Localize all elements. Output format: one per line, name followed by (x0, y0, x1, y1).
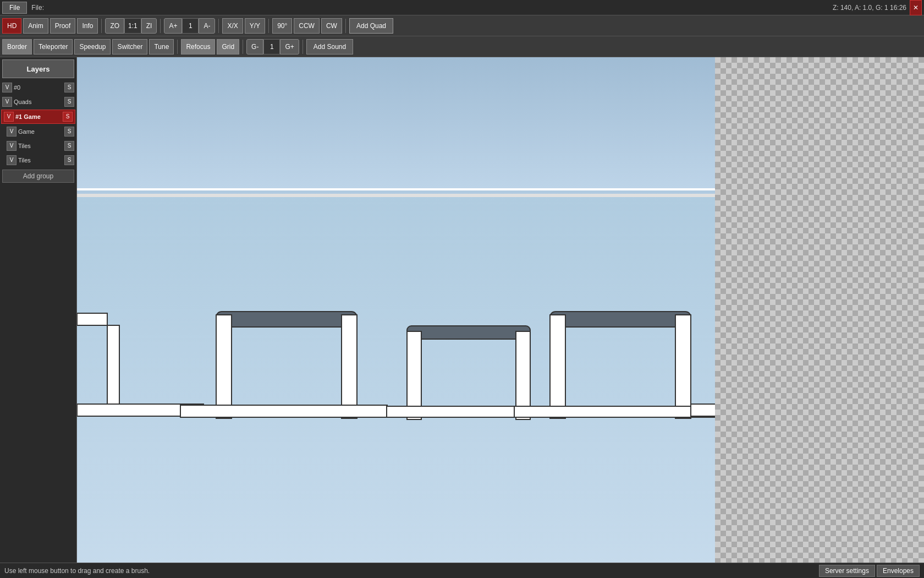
layer-settings-quads[interactable]: S (64, 97, 74, 107)
grid-button[interactable]: Grid (217, 39, 239, 54)
separator8 (302, 40, 303, 54)
grid-plus-button[interactable]: G+ (280, 39, 299, 54)
file-menu-button[interactable]: File (2, 2, 27, 14)
divider-line-top (77, 188, 715, 190)
zoom-value: 1:1 (124, 18, 141, 34)
xx-button[interactable]: X/X (222, 18, 243, 34)
anim-button[interactable]: Anim (23, 18, 48, 34)
file-label: File: (31, 4, 44, 12)
svg-rect-7 (216, 312, 357, 327)
server-settings-button[interactable]: Server settings (819, 565, 875, 577)
toolbar2: Border Teleporter Speedup Switcher Tune … (0, 36, 924, 57)
svg-rect-15 (550, 312, 691, 327)
refocus-button[interactable]: Refocus (181, 39, 215, 54)
svg-rect-0 (77, 57, 715, 188)
layer-item-quads[interactable]: V Quads S (0, 95, 76, 109)
layer-visibility-tiles1[interactable]: V (7, 141, 16, 151)
status-buttons: Server settings Envelopes (819, 565, 920, 577)
status-bar: Use left mouse button to drag and create… (0, 563, 924, 578)
layer-name-0: #0 (14, 84, 64, 91)
svg-rect-11 (407, 326, 530, 339)
speedup-button[interactable]: Speedup (74, 39, 111, 54)
separator3 (218, 19, 219, 33)
svg-rect-19 (691, 404, 715, 416)
separator2 (160, 19, 161, 33)
layer-name-tiles1: Tiles (18, 143, 64, 149)
divider-line-bottom (77, 195, 715, 197)
grid-value: 1 (263, 39, 280, 54)
layer-visibility-tiles2[interactable]: V (7, 155, 16, 165)
layer-settings-game[interactable]: S (64, 127, 74, 137)
add-group-button[interactable]: Add group (2, 170, 74, 183)
layer-visibility-quads[interactable]: V (2, 97, 12, 107)
svg-rect-16 (550, 315, 565, 418)
layer-name-group: #1 Game (15, 113, 63, 120)
switcher-button[interactable]: Switcher (112, 39, 147, 54)
separator6 (177, 40, 178, 54)
info-button[interactable]: Info (77, 18, 98, 34)
layer-item-tiles1[interactable]: V Tiles S (0, 139, 76, 153)
layer-item-tiles2[interactable]: V Tiles S (0, 153, 76, 167)
status-display: Z: 140, A: 1.0, G: 1 16:26 (833, 4, 906, 12)
yy-button[interactable]: Y/Y (245, 18, 265, 34)
toolbar1: HD Anim Proof Info ZO 1:1 ZI A+ 1 A- X/X… (0, 15, 924, 36)
svg-rect-9 (342, 315, 357, 418)
grid-minus-button[interactable]: G- (246, 39, 263, 54)
layer-visibility-group[interactable]: V (4, 112, 14, 122)
top-bar: File File: Z: 140, A: 1.0, G: 1 16:26 ✕ (0, 0, 924, 15)
alpha-value: 1 (182, 18, 199, 34)
main-area: Layers V #0 S V Quads S V #1 Game S V Ga… (0, 57, 924, 563)
alpha-group: A+ 1 A- (164, 18, 215, 34)
layer-group-game[interactable]: V #1 Game S (1, 110, 75, 124)
zoom-in-button[interactable]: ZI (141, 18, 157, 34)
svg-rect-18 (514, 406, 715, 417)
layer-settings-tiles2[interactable]: S (64, 155, 74, 165)
svg-rect-3 (77, 196, 715, 563)
layer-name-game: Game (18, 128, 64, 135)
close-button[interactable]: ✕ (910, 0, 922, 15)
layer-settings-group[interactable]: S (63, 112, 73, 122)
layer-item-game[interactable]: V Game S (0, 124, 76, 139)
layer-item-0[interactable]: V #0 S (0, 80, 76, 95)
svg-rect-8 (216, 315, 232, 418)
layer-name-tiles2: Tiles (18, 157, 64, 163)
separator7 (243, 40, 243, 54)
layer-settings-tiles1[interactable]: S (64, 141, 74, 151)
svg-rect-17 (675, 315, 691, 418)
game-canvas-svg (77, 57, 715, 563)
separator4 (268, 19, 269, 33)
envelopes-button[interactable]: Envelopes (877, 565, 920, 577)
proof-button[interactable]: Proof (50, 18, 76, 34)
layer-name-quads: Quads (14, 99, 64, 105)
tune-button[interactable]: Tune (149, 39, 174, 54)
svg-rect-5 (107, 325, 119, 411)
border-button[interactable]: Border (2, 39, 32, 54)
grid-size-group: G- 1 G+ (246, 39, 299, 54)
angle-button[interactable]: 90° (272, 18, 292, 34)
cw-button[interactable]: CW (321, 18, 342, 34)
separator1 (101, 19, 102, 33)
layers-button[interactable]: Layers (2, 59, 74, 78)
sidebar: Layers V #0 S V Quads S V #1 Game S V Ga… (0, 57, 77, 563)
separator5 (345, 19, 346, 33)
ccw-button[interactable]: CCW (294, 18, 320, 34)
layer-settings-0[interactable]: S (64, 83, 74, 92)
layer-visibility-0[interactable]: V (2, 83, 12, 92)
zoom-out-button[interactable]: ZO (105, 18, 124, 34)
zoom-group: ZO 1:1 ZI (105, 18, 157, 34)
status-hint: Use left mouse button to drag and create… (4, 567, 150, 575)
teleporter-button[interactable]: Teleporter (34, 39, 73, 54)
svg-rect-10 (180, 405, 387, 417)
alpha-plus-button[interactable]: A+ (164, 18, 182, 34)
add-quad-button[interactable]: Add Quad (349, 18, 393, 34)
hd-button[interactable]: HD (2, 18, 21, 34)
checker-background (715, 57, 924, 563)
add-sound-button[interactable]: Add Sound (306, 39, 353, 54)
canvas-area[interactable] (77, 57, 924, 563)
alpha-minus-button[interactable]: A- (199, 18, 215, 34)
svg-rect-4 (77, 313, 107, 325)
layer-visibility-game[interactable]: V (7, 127, 16, 137)
